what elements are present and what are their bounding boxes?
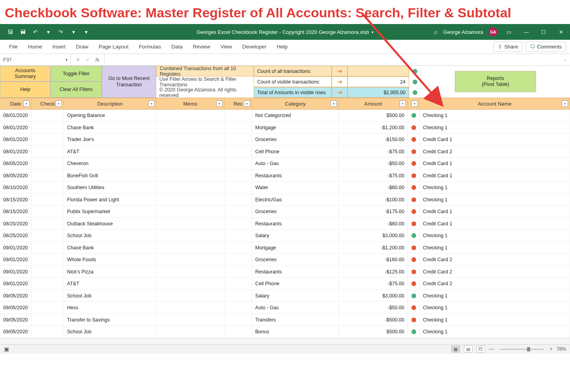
cell-account[interactable]: Checking 1 [420,194,570,206]
cell-date[interactable]: 08/20/2020 [0,218,32,230]
cell-account[interactable]: Credit Card 2 [420,254,570,266]
zoom-slider[interactable] [500,349,544,350]
cell-amount[interactable]: -$1,200.00 [339,242,408,254]
cell-amount[interactable]: -$75.00 [339,146,408,158]
table-row[interactable]: 08/15/2020Publix SupermarketGroceries-$1… [0,206,570,218]
cell-memo[interactable] [157,230,224,242]
filter-icon[interactable]: ▾ [216,100,222,107]
table-row[interactable]: 09/01/2020Whole FoodsGroceries-$160.00Cr… [0,254,570,266]
cell-status[interactable] [408,266,420,278]
table-row[interactable]: 08/05/2020BoneFish GrillRestaurants-$75.… [0,170,570,182]
cell-rec[interactable] [224,110,252,121]
zoom-value[interactable]: 78% [557,346,566,352]
cell-date[interactable]: 08/25/2020 [0,230,32,242]
cell-amount[interactable]: -$75.00 [339,170,408,182]
cell-date[interactable]: 08/01/2020 [0,110,32,121]
help-button[interactable]: Help [0,82,50,98]
cell-check[interactable] [32,146,64,158]
cell-category[interactable]: Auto - Gas [252,302,339,314]
cell-rec[interactable] [224,266,252,278]
tab-home[interactable]: Home [23,40,47,54]
cell-check[interactable] [32,110,64,121]
table-row[interactable]: 09/05/2020School JobSalary$3,000.00Check… [0,290,570,302]
cell-amount[interactable]: $3,000.00 [339,290,408,302]
filter-icon[interactable]: ▾ [244,100,250,107]
tab-data[interactable]: Data [166,40,188,54]
clear-filters-button[interactable]: Clear All Filters [50,82,102,98]
redo-icon[interactable]: ↷ [57,28,65,36]
cell-date[interactable]: 08/05/2020 [0,170,32,182]
cell-amount[interactable]: -$1,200.00 [339,122,408,134]
save-icon[interactable]: 🖫 [6,28,14,36]
comments-button[interactable]: 🗨Comments [525,42,566,52]
cell-description[interactable]: Transfer to Savings [64,314,157,326]
filter-icon[interactable]: ▾ [148,100,155,107]
cell-status[interactable] [408,278,420,290]
goto-recent-button[interactable]: Go to Most Recent Transaction [102,66,156,98]
cell-status[interactable] [408,302,420,314]
cell-category[interactable]: Cell Phone [252,278,339,290]
tab-help[interactable]: Help [272,40,293,54]
cell-category[interactable]: Not Categorized [252,110,339,121]
cell-check[interactable] [32,242,64,254]
tab-draw[interactable]: Draw [71,40,94,54]
cell-memo[interactable] [157,326,224,338]
table-row[interactable]: 08/25/2020School JobSalary$3,000.00Check… [0,230,570,242]
cell-date[interactable]: 09/05/2020 [0,326,32,338]
avatar[interactable]: GA [489,28,497,36]
cell-check[interactable] [32,230,64,242]
cell-memo[interactable] [157,266,224,278]
col-check[interactable]: Check▾ [32,98,64,109]
filter-icon[interactable]: ▾ [411,100,418,107]
cell-account[interactable]: Checking 1 [420,290,570,302]
cell-rec[interactable] [224,146,252,158]
formula-input[interactable]: ⌄ [105,54,570,65]
cell-date[interactable]: 08/15/2020 [0,206,32,217]
cell-account[interactable]: Checking 1 [420,182,570,193]
cell-date[interactable]: 08/01/2020 [0,146,32,158]
cell-account[interactable]: Credit Card 1 [420,218,570,230]
cell-check[interactable] [32,170,64,182]
cell-status[interactable] [408,194,420,206]
tab-file[interactable]: File [4,40,23,54]
cell-category[interactable]: Groceries [252,206,339,217]
cell-category[interactable]: Bonus [252,326,339,338]
filter-icon[interactable]: ▾ [331,100,337,107]
cell-rec[interactable] [224,230,252,242]
cell-check[interactable] [32,194,64,206]
cell-date[interactable]: 08/01/2020 [0,122,32,134]
cell-status[interactable] [408,146,420,158]
view-page-layout-icon[interactable]: ▤ [464,346,473,353]
cell-memo[interactable] [157,254,224,266]
cell-status[interactable] [408,182,420,193]
cell-amount[interactable]: -$75.00 [339,278,408,290]
table-row[interactable]: 08/15/2020Florida Power and LightElectri… [0,194,570,206]
share-button[interactable]: ⇪Share [493,42,522,52]
cell-date[interactable]: 09/01/2020 [0,278,32,290]
cell-description[interactable]: BoneFish Grill [64,170,157,182]
cell-description[interactable]: School Job [64,326,157,338]
redo-dropdown-icon[interactable]: ▾ [69,28,77,36]
cell-status[interactable] [408,314,420,326]
filter-icon[interactable]: ▾ [400,100,406,107]
col-status[interactable]: +▾ [408,98,420,109]
cell-check[interactable] [32,314,64,326]
cell-description[interactable]: School Job [64,230,157,242]
cell-rec[interactable] [224,290,252,302]
cell-check[interactable] [32,218,64,230]
cell-date[interactable]: 09/01/2020 [0,242,32,254]
cell-check[interactable] [32,158,64,169]
cell-status[interactable] [408,122,420,134]
cell-date[interactable]: 09/05/2020 [0,314,32,326]
cell-rec[interactable] [224,218,252,230]
cell-description[interactable]: Whole Foods [64,254,157,266]
cell-account[interactable]: Checking 1 [420,314,570,326]
table-row[interactable]: 09/01/2020AT&TCell Phone-$75.00Credit Ca… [0,278,570,290]
col-date[interactable]: Date▾ [0,98,32,109]
cell-check[interactable] [32,254,64,266]
filter-icon[interactable]: ▾ [23,100,30,107]
search-icon[interactable]: ⌕ [434,28,438,35]
horizontal-scrollbar[interactable] [0,338,570,344]
cell-rec[interactable] [224,326,252,338]
cell-memo[interactable] [157,170,224,182]
